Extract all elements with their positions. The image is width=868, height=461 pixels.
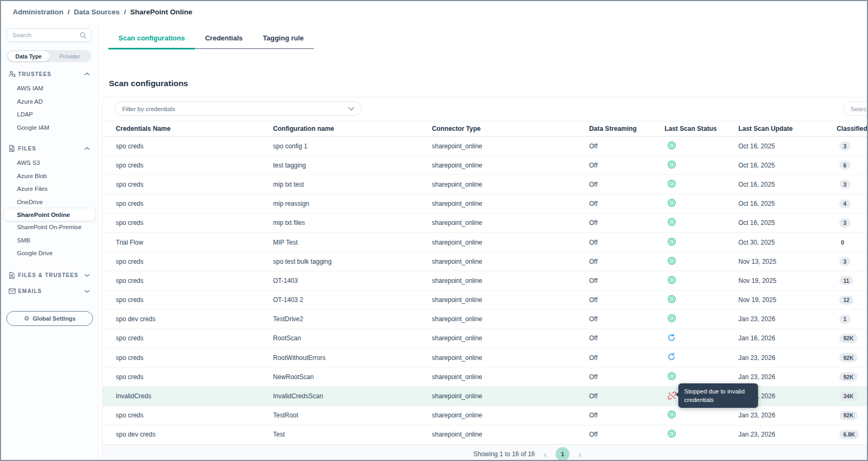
table-row-mip-txt-files[interactable]: spo credsmip txt filessharepoint_onlineO… <box>103 214 867 233</box>
sidebar-item-aws-s3[interactable]: AWS S3 <box>1 156 98 170</box>
status-completed-icon[interactable] <box>667 314 676 323</box>
cell-last-scan-update: Jan 23, 2026 <box>738 315 837 323</box>
status-completed-icon[interactable] <box>667 179 676 188</box>
tab-scan-configurations[interactable]: Scan configurations <box>108 30 195 48</box>
pagination-prev-icon[interactable]: ‹ <box>542 450 548 458</box>
tab-credentials[interactable]: Credentials <box>195 30 253 48</box>
cell-configuration-name: mip txt files <box>273 219 432 227</box>
classified-count-badge: 92K <box>839 334 857 343</box>
sidebar-section-items: AWS IAMAzure ADLDAPGoogle IAM <box>1 82 98 134</box>
cell-credentials-name: spo creds <box>116 412 273 419</box>
status-completed-icon[interactable] <box>667 256 676 265</box>
sidebar-section-files-trustees[interactable]: FILES & TRUSTEES <box>1 270 98 281</box>
cell-credentials-name: spo creds <box>116 277 273 284</box>
classified-count-badge: 92K <box>839 353 857 362</box>
table-row-test-tagging[interactable]: spo credstest taggingsharepoint_onlineOf… <box>103 156 867 175</box>
cell-credentials-name: spo creds <box>116 258 273 265</box>
status-completed-icon[interactable] <box>667 217 676 227</box>
cell-classified: 3 <box>837 180 867 189</box>
cell-classified: 3 <box>837 219 867 228</box>
cell-last-scan-status <box>665 353 738 363</box>
cell-last-scan-status <box>665 141 738 152</box>
sidebar-section-emails[interactable]: EMAILS <box>1 286 98 297</box>
filter-by-credentials-select[interactable]: Filter by credentials <box>115 102 362 116</box>
cell-last-scan-status <box>665 333 738 343</box>
cell-last-scan-status <box>665 256 738 267</box>
cell-data-streaming: Off <box>589 296 665 304</box>
tab-tagging-rule[interactable]: Tagging rule <box>253 30 314 48</box>
cell-configuration-name: InvalidCredsScan <box>273 392 432 400</box>
table-search-input[interactable] <box>844 106 867 112</box>
status-completed-icon[interactable] <box>667 275 676 284</box>
table-row-rootwithouterrors[interactable]: spo credsRootWithoutErrorssharepoint_onl… <box>103 348 867 367</box>
breadcrumb-separator: / <box>124 8 126 16</box>
cell-configuration-name: spo config 1 <box>273 143 432 150</box>
pagination-page-1[interactable]: 1 <box>556 447 569 460</box>
sidebar-item-azure-blob[interactable]: Azure Blob <box>1 170 98 183</box>
breadcrumb-data-sources[interactable]: Data Sources <box>74 8 120 16</box>
status-completed-icon[interactable] <box>667 429 676 438</box>
status-completed-icon[interactable] <box>667 295 676 304</box>
sidebar-item-aws-iam[interactable]: AWS IAM <box>1 82 98 95</box>
cell-last-scan-status <box>665 275 738 286</box>
cell-last-scan-update: Jan 23, 2026 <box>738 373 837 381</box>
table-row-mip-reassign[interactable]: spo credsmip reassignsharepoint_onlineOf… <box>103 195 867 214</box>
table-row-testroot[interactable]: spo credsTestRootsharepoint_onlineOffJan… <box>103 406 867 425</box>
sidebar-item-smb[interactable]: SMB <box>1 234 98 247</box>
pagination-next-icon[interactable]: › <box>577 450 583 458</box>
sidebar-section-files[interactable]: FILES <box>1 143 98 154</box>
sidebar-item-onedrive[interactable]: OneDrive <box>1 196 98 209</box>
cell-connector-type: sharepoint_online <box>432 143 589 150</box>
classified-count-badge: 1 <box>839 315 850 324</box>
cell-data-streaming: Off <box>589 412 665 419</box>
table-row-ot-1403[interactable]: spo credsOT-1403sharepoint_onlineOffNov … <box>103 271 867 290</box>
chevron-down-icon <box>348 107 354 111</box>
table-row-test[interactable]: spo dev credsTestsharepoint_onlineOffJan… <box>103 425 867 445</box>
status-completed-icon[interactable] <box>667 141 676 150</box>
toggle-data-type[interactable]: Data Type <box>8 51 49 61</box>
table-row-spo-config-1[interactable]: spo credsspo config 1sharepoint_onlineOf… <box>103 137 867 156</box>
breadcrumb-administration[interactable]: Administration <box>13 8 63 16</box>
table-row-spo-test-bulk-tagging[interactable]: spo credsspo test bulk taggingsharepoint… <box>103 252 867 271</box>
status-running-icon[interactable] <box>667 353 676 361</box>
sidebar-item-ldap[interactable]: LDAP <box>1 108 98 121</box>
cell-credentials-name: spo creds <box>116 373 273 381</box>
global-settings-button[interactable]: ⚙ Global Settings <box>6 311 93 326</box>
cell-configuration-name: OT-1403 <box>273 277 432 284</box>
emails-icon <box>8 288 18 294</box>
cell-data-streaming: Off <box>589 334 665 342</box>
classified-count-badge: 11 <box>839 276 853 285</box>
sidebar-item-azure-files[interactable]: Azure Files <box>1 182 98 196</box>
cell-classified: 1 <box>837 315 867 324</box>
status-completed-icon[interactable] <box>667 372 676 381</box>
table-row-mip-test[interactable]: Trial FlowMIP Testsharepoint_onlineOffOc… <box>103 233 867 252</box>
table-row-rootscan[interactable]: spo credsRootScansharepoint_onlineOffJan… <box>103 329 867 348</box>
cell-last-scan-update: Nov 13, 2025 <box>738 258 837 265</box>
sidebar-item-google-drive[interactable]: Google Drive <box>1 247 98 260</box>
status-running-icon[interactable] <box>667 333 676 342</box>
toggle-provider[interactable]: Provider <box>49 51 91 61</box>
sidebar-item-sharepoint-online[interactable]: SharePoint Online <box>4 208 95 221</box>
status-completed-icon[interactable] <box>667 237 676 246</box>
sidebar-item-sharepoint-on-premise[interactable]: SharePoint On-Premise <box>1 221 98 234</box>
cell-last-scan-update: Oct 16, 2025 <box>738 219 837 227</box>
sidebar-section-trustees[interactable]: TRUSTEES <box>1 68 98 80</box>
cell-connector-type: sharepoint_online <box>432 219 589 227</box>
status-completed-icon[interactable] <box>667 410 676 419</box>
cell-credentials-name: spo dev creds <box>116 431 273 438</box>
cell-last-scan-update: Jan 16, 2026 <box>738 334 837 342</box>
table-row-ot-1403-2[interactable]: spo credsOT-1403 2sharepoint_onlineOffNo… <box>103 291 867 310</box>
cell-classified: 92K <box>837 334 867 343</box>
sidebar-item-google-iam[interactable]: Google IAM <box>1 121 98 135</box>
sidebar-search-input[interactable] <box>7 32 80 38</box>
cell-credentials-name: spo creds <box>116 162 273 169</box>
cell-credentials-name: spo creds <box>116 219 273 227</box>
status-completed-icon[interactable] <box>667 198 676 207</box>
cell-data-streaming: Off <box>589 219 665 227</box>
status-completed-icon[interactable] <box>667 160 676 169</box>
table-row-mip-txt-test[interactable]: spo credsmip txt testsharepoint_onlineOf… <box>103 175 867 194</box>
sidebar-item-azure-ad[interactable]: Azure AD <box>1 95 98 108</box>
table-row-testdrive2[interactable]: spo dev credsTestDrive2sharepoint_online… <box>103 310 867 329</box>
cell-data-streaming: Off <box>589 162 665 169</box>
cell-last-scan-update: Nov 19, 2025 <box>738 277 837 284</box>
